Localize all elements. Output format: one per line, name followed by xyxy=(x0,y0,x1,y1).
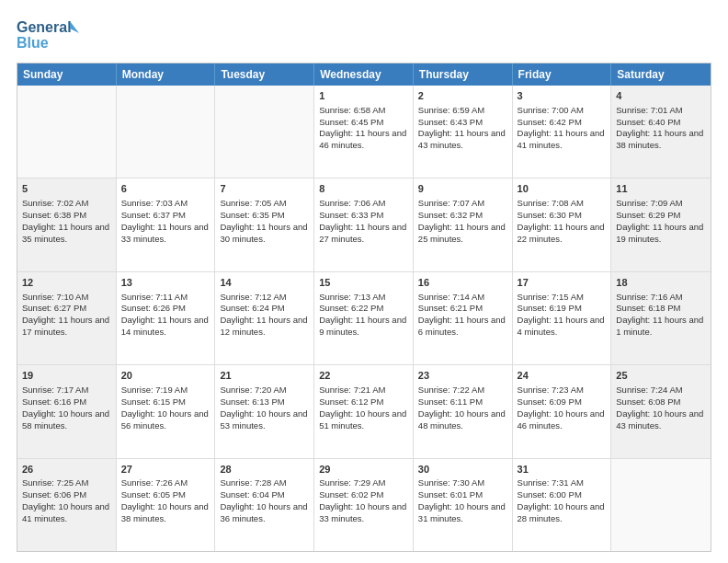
day-cell-22: 22Sunrise: 7:21 AMSunset: 6:12 PMDayligh… xyxy=(314,365,414,457)
sunset-text: Sunset: 6:37 PM xyxy=(121,210,186,220)
weekday-header-thursday: Thursday xyxy=(414,63,513,86)
day-number: 20 xyxy=(121,369,210,383)
calendar-row-3: 19Sunrise: 7:17 AMSunset: 6:16 PMDayligh… xyxy=(17,365,711,458)
sunset-text: Sunset: 6:42 PM xyxy=(518,117,582,127)
sunrise-text: Sunrise: 7:24 AM xyxy=(616,385,682,395)
sunset-text: Sunset: 6:38 PM xyxy=(22,210,86,220)
daylight-text: Daylight: 11 hours and 30 minutes. xyxy=(220,222,307,244)
day-number: 12 xyxy=(22,276,111,290)
day-cell-8: 8Sunrise: 7:06 AMSunset: 6:33 PMDaylight… xyxy=(314,178,414,270)
sunset-text: Sunset: 6:06 PM xyxy=(22,489,86,500)
sunrise-text: Sunrise: 7:31 AM xyxy=(518,477,584,488)
daylight-text: Daylight: 11 hours and 17 minutes. xyxy=(22,315,109,337)
day-cell-13: 13Sunrise: 7:11 AMSunset: 6:26 PMDayligh… xyxy=(117,272,216,364)
daylight-text: Daylight: 11 hours and 1 minute. xyxy=(616,315,703,337)
sunrise-text: Sunrise: 7:09 AM xyxy=(616,198,682,208)
sunset-text: Sunset: 6:15 PM xyxy=(121,396,186,407)
day-number: 2 xyxy=(418,89,507,103)
sunset-text: Sunset: 6:18 PM xyxy=(616,303,680,313)
sunrise-text: Sunrise: 6:58 AM xyxy=(319,105,385,115)
calendar-header: SundayMondayTuesdayWednesdayThursdayFrid… xyxy=(17,63,711,86)
daylight-text: Daylight: 11 hours and 19 minutes. xyxy=(616,222,703,244)
day-cell-31: 31Sunrise: 7:31 AMSunset: 6:00 PMDayligh… xyxy=(513,459,612,551)
sunrise-text: Sunrise: 7:15 AM xyxy=(518,292,584,302)
sunset-text: Sunset: 6:19 PM xyxy=(518,303,582,313)
sunset-text: Sunset: 6:26 PM xyxy=(121,303,186,313)
sunrise-text: Sunrise: 7:12 AM xyxy=(220,292,286,302)
day-number: 13 xyxy=(121,276,210,290)
daylight-text: Daylight: 11 hours and 12 minutes. xyxy=(220,315,307,337)
sunrise-text: Sunrise: 7:10 AM xyxy=(22,292,88,302)
sunset-text: Sunset: 6:40 PM xyxy=(616,117,680,127)
day-cell-1: 1Sunrise: 6:58 AMSunset: 6:45 PMDaylight… xyxy=(314,86,414,178)
day-number: 4 xyxy=(616,89,706,103)
day-cell-2: 2Sunrise: 6:59 AMSunset: 6:43 PMDaylight… xyxy=(414,86,513,178)
sunrise-text: Sunrise: 7:11 AM xyxy=(121,292,188,302)
daylight-text: Daylight: 11 hours and 6 minutes. xyxy=(418,315,506,337)
sunset-text: Sunset: 6:29 PM xyxy=(616,210,680,220)
day-cell-6: 6Sunrise: 7:03 AMSunset: 6:37 PMDaylight… xyxy=(117,178,216,270)
day-number: 5 xyxy=(22,182,111,196)
daylight-text: Daylight: 10 hours and 51 minutes. xyxy=(319,408,406,431)
sunset-text: Sunset: 6:16 PM xyxy=(22,396,86,407)
sunset-text: Sunset: 6:21 PM xyxy=(418,303,483,313)
day-cell-5: 5Sunrise: 7:02 AMSunset: 6:38 PMDaylight… xyxy=(17,178,117,270)
empty-cell-4-6 xyxy=(611,459,711,551)
sunrise-text: Sunrise: 7:30 AM xyxy=(418,477,484,488)
sunset-text: Sunset: 6:12 PM xyxy=(319,396,383,407)
day-cell-15: 15Sunrise: 7:13 AMSunset: 6:22 PMDayligh… xyxy=(314,272,414,364)
sunrise-text: Sunrise: 7:02 AM xyxy=(22,198,88,208)
day-cell-28: 28Sunrise: 7:28 AMSunset: 6:04 PMDayligh… xyxy=(215,459,314,551)
daylight-text: Daylight: 10 hours and 48 minutes. xyxy=(418,408,506,431)
calendar-row-2: 12Sunrise: 7:10 AMSunset: 6:27 PMDayligh… xyxy=(17,272,711,365)
day-cell-3: 3Sunrise: 7:00 AMSunset: 6:42 PMDaylight… xyxy=(513,86,612,178)
sunrise-text: Sunrise: 7:22 AM xyxy=(418,385,484,395)
day-number: 11 xyxy=(616,182,706,196)
day-cell-10: 10Sunrise: 7:08 AMSunset: 6:30 PMDayligh… xyxy=(513,178,612,270)
day-cell-23: 23Sunrise: 7:22 AMSunset: 6:11 PMDayligh… xyxy=(414,365,513,457)
weekday-header-wednesday: Wednesday xyxy=(314,63,414,86)
day-number: 21 xyxy=(220,369,309,383)
sunrise-text: Sunrise: 7:20 AM xyxy=(220,385,286,395)
calendar: SundayMondayTuesdayWednesdayThursdayFrid… xyxy=(17,63,711,552)
sunrise-text: Sunrise: 7:16 AM xyxy=(616,292,682,302)
daylight-text: Daylight: 10 hours and 41 minutes. xyxy=(22,501,109,523)
day-cell-17: 17Sunrise: 7:15 AMSunset: 6:19 PMDayligh… xyxy=(513,272,612,364)
sunset-text: Sunset: 6:30 PM xyxy=(518,210,582,220)
sunset-text: Sunset: 6:33 PM xyxy=(319,210,383,220)
day-number: 30 xyxy=(418,463,507,477)
day-number: 29 xyxy=(319,463,408,477)
page-header: GeneralBlue xyxy=(17,17,711,53)
day-number: 8 xyxy=(319,182,408,196)
sunset-text: Sunset: 6:04 PM xyxy=(220,489,284,500)
sunset-text: Sunset: 6:24 PM xyxy=(220,303,284,313)
weekday-header-friday: Friday xyxy=(513,63,612,86)
daylight-text: Daylight: 11 hours and 27 minutes. xyxy=(319,222,406,244)
day-cell-11: 11Sunrise: 7:09 AMSunset: 6:29 PMDayligh… xyxy=(611,178,711,270)
sunrise-text: Sunrise: 7:25 AM xyxy=(22,477,88,488)
weekday-header-sunday: Sunday xyxy=(17,63,117,86)
sunset-text: Sunset: 6:13 PM xyxy=(220,396,284,407)
day-cell-12: 12Sunrise: 7:10 AMSunset: 6:27 PMDayligh… xyxy=(17,272,117,364)
day-cell-14: 14Sunrise: 7:12 AMSunset: 6:24 PMDayligh… xyxy=(215,272,314,364)
svg-text:General: General xyxy=(17,19,72,35)
sunrise-text: Sunrise: 7:29 AM xyxy=(319,477,385,488)
sunrise-text: Sunrise: 7:01 AM xyxy=(616,105,682,115)
day-cell-25: 25Sunrise: 7:24 AMSunset: 6:08 PMDayligh… xyxy=(611,365,711,457)
calendar-row-0: 1Sunrise: 6:58 AMSunset: 6:45 PMDaylight… xyxy=(17,86,711,178)
day-cell-21: 21Sunrise: 7:20 AMSunset: 6:13 PMDayligh… xyxy=(215,365,314,457)
day-number: 18 xyxy=(616,276,706,290)
day-number: 27 xyxy=(121,463,210,477)
day-number: 22 xyxy=(319,369,408,383)
sunrise-text: Sunrise: 7:26 AM xyxy=(121,477,188,488)
sunset-text: Sunset: 6:00 PM xyxy=(518,489,582,500)
daylight-text: Daylight: 11 hours and 4 minutes. xyxy=(518,315,605,337)
daylight-text: Daylight: 10 hours and 28 minutes. xyxy=(518,501,605,523)
empty-cell-0-1 xyxy=(117,86,216,178)
sunset-text: Sunset: 6:02 PM xyxy=(319,489,383,500)
day-cell-18: 18Sunrise: 7:16 AMSunset: 6:18 PMDayligh… xyxy=(611,272,711,364)
sunset-text: Sunset: 6:35 PM xyxy=(220,210,284,220)
weekday-header-saturday: Saturday xyxy=(611,63,711,86)
day-cell-24: 24Sunrise: 7:23 AMSunset: 6:09 PMDayligh… xyxy=(513,365,612,457)
sunrise-text: Sunrise: 7:00 AM xyxy=(518,105,584,115)
